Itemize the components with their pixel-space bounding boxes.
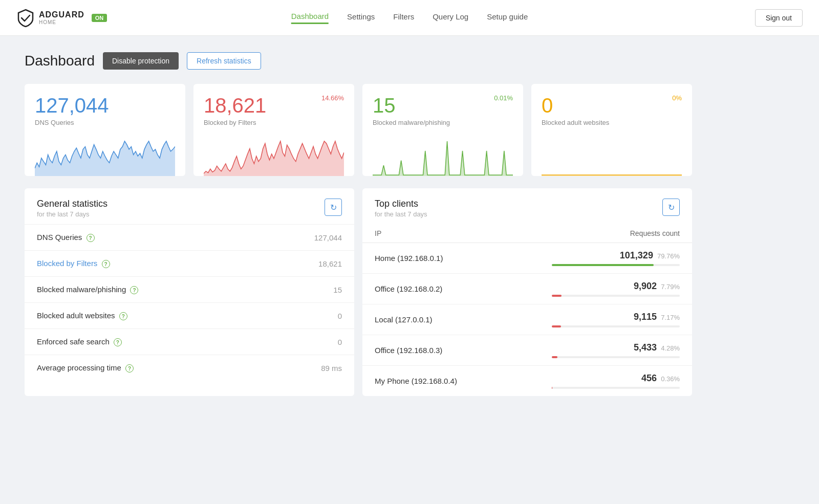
client-name-0: Home (192.168.0.1)	[362, 243, 540, 274]
stats-row-label-2: Blocked malware/phishing ?	[25, 277, 257, 303]
stats-row-2: Blocked malware/phishing ?15	[25, 277, 354, 303]
stat-card-dns: 127,044 DNS Queries	[25, 84, 185, 176]
malware-sparkline	[373, 140, 513, 176]
stat-card-malware: 15 0.01% Blocked malware/phishing	[362, 84, 523, 176]
help-icon-0[interactable]: ?	[87, 234, 95, 242]
nav-setup-guide[interactable]: Setup guide	[487, 12, 528, 23]
stat-card-blocked: 18,621 14.66% Blocked by Filters	[193, 84, 354, 176]
status-badge: ON	[92, 14, 107, 22]
general-stats-subtitle: for the last 7 days	[37, 210, 107, 218]
general-stats-refresh-button[interactable]: ↻	[325, 199, 342, 216]
blocked-filters-number: 18,621	[204, 94, 266, 117]
help-icon-5[interactable]: ?	[125, 364, 134, 372]
stats-row-label-0: DNS Queries ?	[25, 225, 257, 251]
top-clients-header: Top clients for the last 7 days ↻	[362, 188, 692, 220]
stats-row-value-3: 0	[257, 303, 354, 329]
logo-area: ADGUARD HOME ON	[16, 9, 107, 27]
blocked-adult-chart	[542, 133, 682, 176]
blocked-filters-label: Blocked by Filters	[204, 119, 344, 126]
client-name-4: My Phone (192.168.0.4)	[362, 366, 540, 397]
dns-sparkline	[35, 140, 175, 176]
progress-bar-wrap-1	[552, 295, 680, 297]
client-count-val-3: 5,433	[634, 342, 657, 353]
client-count-3: 5,4334.28%	[540, 335, 692, 366]
progress-bar-3	[552, 356, 557, 358]
stats-row-label-3: Blocked adult websites ?	[25, 303, 257, 329]
disable-protection-button[interactable]: Disable protection	[103, 52, 179, 70]
progress-bar-wrap-2	[552, 325, 680, 327]
stat-cards-row: 127,044 DNS Queries 18,621 14.66% Blocke…	[25, 84, 692, 176]
blocked-filters-chart	[204, 133, 344, 176]
client-pct-2: 7.17%	[661, 314, 680, 321]
client-count-val-0: 101,329	[620, 250, 653, 260]
stats-row-label-1[interactable]: Blocked by Filters ?	[25, 251, 257, 277]
progress-bar-1	[552, 295, 562, 297]
client-count-4: 4560.36%	[540, 366, 692, 397]
stats-row-4: Enforced safe search ?0	[25, 329, 354, 355]
sign-out-button[interactable]: Sign out	[755, 9, 803, 27]
general-stats-table: DNS Queries ?127,044Blocked by Filters ?…	[25, 224, 354, 381]
client-pct-0: 79.76%	[657, 252, 680, 260]
nav-links: Dashboard Settings Filters Query Log Set…	[291, 12, 528, 24]
blocked-malware-pct: 0.01%	[494, 94, 513, 102]
blocked-malware-label: Blocked malware/phishing	[373, 119, 513, 126]
client-count-val-2: 9,115	[634, 312, 657, 322]
stat-card-adult: 0 0% Blocked adult websites	[531, 84, 692, 176]
stats-row-value-0: 127,044	[257, 225, 354, 251]
client-name-1: Office (192.168.0.2)	[362, 274, 540, 304]
bottom-row: General statistics for the last 7 days ↻…	[25, 188, 692, 396]
client-pct-4: 0.36%	[661, 375, 680, 383]
col-requests-header: Requests count	[540, 224, 692, 243]
progress-bar-wrap-4	[552, 387, 680, 389]
help-icon-4[interactable]: ?	[114, 338, 122, 346]
help-icon-1[interactable]: ?	[102, 260, 110, 268]
blocked-adult-label: Blocked adult websites	[542, 119, 682, 126]
client-row-2: Local (127.0.0.1)9,1157.17%	[362, 304, 692, 335]
top-clients-refresh-button[interactable]: ↻	[662, 199, 680, 216]
client-row-1: Office (192.168.0.2)9,9027.79%	[362, 274, 692, 304]
blocked-adult-pct: 0%	[672, 94, 682, 102]
refresh-statistics-button[interactable]: Refresh statistics	[187, 52, 261, 70]
top-clients-title: Top clients	[375, 199, 427, 209]
help-icon-2[interactable]: ?	[130, 286, 138, 294]
adguard-logo-icon	[16, 9, 35, 27]
stat-card-malware-header: 15 0.01%	[373, 94, 513, 117]
stat-card-dns-header: 127,044	[35, 94, 175, 117]
client-count-0: 101,32979.76%	[540, 243, 692, 274]
dns-queries-label: DNS Queries	[35, 119, 175, 126]
stat-card-adult-header: 0 0%	[542, 94, 682, 117]
nav-settings[interactable]: Settings	[347, 12, 375, 23]
col-ip-header: IP	[362, 224, 540, 243]
adult-sparkline	[542, 140, 682, 176]
stats-row-0: DNS Queries ?127,044	[25, 225, 354, 251]
nav-dashboard[interactable]: Dashboard	[291, 12, 329, 24]
general-stats-header: General statistics for the last 7 days ↻	[25, 188, 354, 220]
logo-name: ADGUARD	[39, 10, 84, 19]
top-clients-table: IP Requests count Home (192.168.0.1)101,…	[362, 224, 692, 396]
top-clients-title-area: Top clients for the last 7 days	[375, 199, 427, 218]
general-stats-title: General statistics	[37, 199, 107, 209]
help-icon-3[interactable]: ?	[119, 312, 127, 320]
stats-row-value-2: 15	[257, 277, 354, 303]
progress-bar-2	[552, 325, 561, 327]
logo-text: ADGUARD HOME	[39, 10, 84, 25]
blocked-adult-number: 0	[542, 94, 553, 117]
blocked-filters-pct: 14.66%	[321, 94, 344, 102]
progress-bar-0	[552, 264, 654, 266]
client-row-3: Office (192.168.0.3)5,4334.28%	[362, 335, 692, 366]
nav-query-log[interactable]: Query Log	[433, 12, 468, 23]
top-clients-card: Top clients for the last 7 days ↻ IP Req…	[362, 188, 692, 396]
client-pct-3: 4.28%	[661, 344, 680, 352]
stats-row-1: Blocked by Filters ?18,621	[25, 251, 354, 277]
client-count-1: 9,9027.79%	[540, 274, 692, 304]
page-title: Dashboard	[25, 53, 95, 69]
progress-bar-wrap-3	[552, 356, 680, 358]
client-pct-1: 7.79%	[661, 283, 680, 291]
stats-row-value-4: 0	[257, 329, 354, 355]
stats-row-value-5: 89 ms	[257, 355, 354, 381]
blocked-malware-chart	[373, 133, 513, 176]
stats-row-label-4: Enforced safe search ?	[25, 329, 257, 355]
page-header: Dashboard Disable protection Refresh sta…	[25, 52, 692, 70]
nav-filters[interactable]: Filters	[393, 12, 414, 23]
client-count-val-4: 456	[641, 373, 657, 383]
